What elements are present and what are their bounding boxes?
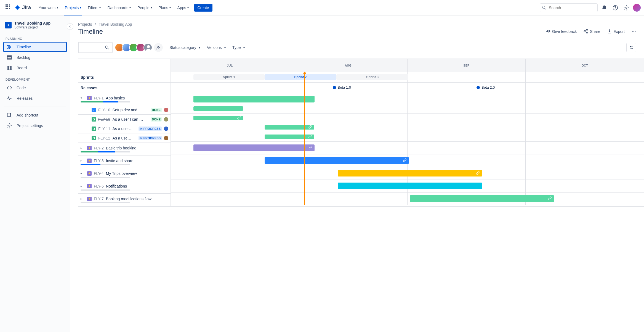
svg-point-27: [105, 46, 108, 48]
timeline-bar[interactable]: [265, 125, 314, 130]
progress-bar: [81, 202, 130, 203]
view-settings-button[interactable]: [626, 43, 636, 52]
assignee-avatar[interactable]: [164, 127, 168, 131]
epic-row[interactable]: ▸⚡FLY-5Notifications: [78, 181, 171, 194]
filter-status-category[interactable]: Status category ▾: [169, 45, 200, 50]
issue-title: Notifications: [106, 184, 168, 188]
notifications-icon[interactable]: [600, 3, 609, 12]
expand-icon[interactable]: ▸: [81, 185, 85, 188]
epic-row[interactable]: ▸⚡FLY-3Invite and share: [78, 156, 171, 168]
issue-key[interactable]: FLY-1: [94, 96, 104, 100]
svg-point-21: [586, 32, 588, 33]
more-actions-button[interactable]: [631, 29, 636, 35]
timeline-bar[interactable]: [193, 144, 315, 151]
sprint-pill[interactable]: Sprint 3: [336, 74, 408, 80]
issue-key[interactable]: FLY-3: [94, 159, 104, 163]
release-marker[interactable]: Beta 2.0: [477, 85, 495, 89]
sidebar-item-code[interactable]: Code: [3, 83, 67, 93]
expand-icon[interactable]: ▸: [81, 146, 85, 149]
assignee-avatar[interactable]: [164, 136, 168, 140]
breadcrumb-projects[interactable]: Projects: [78, 22, 92, 27]
jira-logo[interactable]: Jira: [14, 4, 31, 11]
share-button[interactable]: Share: [583, 29, 600, 35]
nav-people[interactable]: People▾: [134, 0, 155, 15]
issue-key[interactable]: FLY-13: [98, 117, 110, 122]
avatar-unassigned[interactable]: [143, 43, 152, 52]
svg-point-3: [615, 9, 616, 9]
issue-key[interactable]: FLY-4: [94, 171, 104, 176]
project-header[interactable]: ✈ Travel Booking App Software project: [2, 21, 68, 33]
epic-row[interactable]: ▸⚡FLY-2Basic trip booking: [78, 143, 171, 156]
issue-key[interactable]: FLY-2: [94, 146, 104, 150]
nav-your-work[interactable]: Your work▾: [35, 0, 62, 15]
status-badge: IN PROGRESS: [139, 136, 162, 140]
sidebar-add-shortcut[interactable]: Add shortcut: [3, 110, 67, 120]
expand-icon[interactable]: ▸: [81, 159, 85, 162]
progress-bar: [81, 189, 130, 191]
child-issue-row[interactable]: ◑FLY-11As a user…IN PROGRESS: [78, 124, 171, 133]
expand-icon[interactable]: ▸: [81, 172, 85, 175]
timeline-bar-row: [171, 114, 644, 123]
filter-type[interactable]: Type ▾: [232, 45, 245, 50]
sprint-pill[interactable]: Sprint 2: [265, 74, 337, 80]
collapse-sidebar-button[interactable]: [67, 23, 73, 30]
export-button[interactable]: Export: [607, 29, 625, 35]
nav-filters[interactable]: Filters▾: [84, 0, 104, 15]
epic-row[interactable]: ▸⚡FLY-7Booking modifications flow: [78, 194, 171, 206]
sidebar-project-settings[interactable]: Project settings: [3, 121, 67, 131]
sidebar-item-backlog[interactable]: Backlog: [3, 52, 67, 62]
project-type: Software project: [14, 25, 50, 29]
profile-avatar[interactable]: [633, 4, 641, 12]
svg-rect-6: [8, 47, 11, 48]
chevron-down-icon: ▾: [197, 46, 200, 49]
sidebar-item-releases[interactable]: Releases: [3, 93, 67, 103]
expand-icon[interactable]: ▸: [81, 197, 85, 200]
timeline-bar[interactable]: [410, 195, 554, 202]
svg-point-25: [634, 31, 634, 31]
nav-projects[interactable]: Projects▾: [62, 0, 85, 15]
nav-apps[interactable]: Apps▾: [174, 0, 192, 15]
timeline-bar[interactable]: [338, 183, 482, 189]
breadcrumb-project[interactable]: Travel Booking App: [99, 22, 132, 27]
filter-versions[interactable]: Versions ▾: [207, 45, 226, 50]
assignee-avatar[interactable]: [164, 117, 168, 122]
issue-key[interactable]: FLY-5: [94, 184, 104, 188]
give-feedback-button[interactable]: Give feedback: [545, 29, 577, 35]
issue-key[interactable]: FLY-10: [98, 108, 110, 112]
nav-plans[interactable]: Plans▾: [155, 0, 174, 15]
app-switcher-icon[interactable]: [6, 4, 12, 11]
timeline-bar[interactable]: [193, 106, 243, 111]
child-issue-row[interactable]: ◑FLY-12As a use…IN PROGRESS: [78, 133, 171, 143]
timeline-bar[interactable]: [193, 116, 243, 120]
timeline-bar-row: [171, 167, 644, 180]
timeline-icon: [7, 44, 13, 50]
timeline-bar[interactable]: [265, 135, 314, 139]
create-button[interactable]: Create: [194, 4, 212, 12]
nav-dashboards[interactable]: Dashboards▾: [104, 0, 134, 15]
assignee-avatar[interactable]: [164, 108, 168, 112]
issue-key[interactable]: FLY-11: [98, 127, 110, 131]
timeline-bar[interactable]: [265, 157, 409, 164]
page-header: Timeline Give feedback Share Export: [78, 28, 644, 35]
child-issue-row[interactable]: ◑FLY-13As a user I can …DONE: [78, 115, 171, 124]
release-marker[interactable]: Beta 1.0: [333, 85, 351, 89]
help-icon[interactable]: [611, 3, 620, 12]
search-input[interactable]: [540, 3, 598, 12]
issue-key[interactable]: FLY-12: [98, 136, 110, 140]
sidebar-item-timeline[interactable]: Timeline: [3, 42, 67, 52]
issue-key[interactable]: FLY-7: [94, 197, 104, 201]
global-search[interactable]: [540, 3, 598, 12]
timeline-search[interactable]: [78, 42, 113, 53]
timeline-bar[interactable]: [338, 170, 482, 176]
add-people-button[interactable]: [154, 43, 163, 52]
child-issue-row[interactable]: ✓FLY-10Setup dev and …DONE: [78, 105, 171, 115]
sidebar-group-planning: PLANNING: [2, 33, 68, 41]
epic-row[interactable]: ▸⚡FLY-4My Trips overview: [78, 168, 171, 181]
timeline-bar[interactable]: [193, 96, 315, 102]
expand-icon[interactable]: ▾: [81, 96, 85, 99]
sprint-pill[interactable]: Sprint 1: [193, 74, 264, 80]
settings-icon[interactable]: [622, 3, 631, 12]
sidebar-item-board[interactable]: Board: [3, 63, 67, 73]
epic-row[interactable]: ▾⚡FLY-1App basics: [78, 93, 171, 105]
page-title: Timeline: [78, 28, 103, 35]
